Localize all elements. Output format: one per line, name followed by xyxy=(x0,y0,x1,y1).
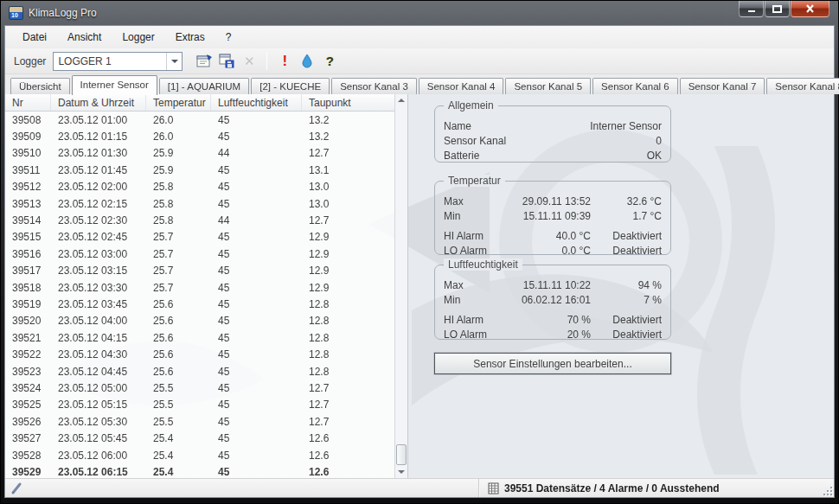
cell-temperature: 25.7 xyxy=(146,231,211,243)
cell-humidity: 45 xyxy=(211,265,302,277)
help-button[interactable]: ? xyxy=(319,51,340,72)
table-row[interactable]: 39514 23.05.12 02:30 25.8 44 12.7 xyxy=(5,212,394,228)
sensor-tab[interactable]: Sensor Kanal 4 xyxy=(419,78,504,94)
menu-item[interactable]: Ansicht xyxy=(57,28,112,47)
row-state: Deaktiviert xyxy=(591,329,662,341)
row-label: Max xyxy=(444,279,520,291)
humidity-button[interactable] xyxy=(297,51,317,72)
table-row[interactable]: 39522 23.05.12 04:30 25.6 45 12.8 xyxy=(5,346,394,362)
cell-datetime: 23.05.12 03:15 xyxy=(51,265,146,277)
table-row[interactable]: 39510 23.05.12 01:30 25.9 44 12.7 xyxy=(5,145,394,162)
window-title: KlimaLogg Pro xyxy=(29,7,97,19)
delete-button: ✕ xyxy=(239,51,259,72)
toolbar-separator xyxy=(266,53,267,70)
sensor-tab[interactable]: Sensor Kanal 8 xyxy=(766,78,839,94)
export-data-button[interactable] xyxy=(216,51,237,72)
table-row[interactable]: 39524 23.05.12 05:00 25.5 45 12.7 xyxy=(5,380,394,396)
table-vertical-scrollbar[interactable] xyxy=(394,94,407,478)
row-label: LO Alarm xyxy=(444,245,520,257)
table-column-header[interactable]: Temperatur xyxy=(146,94,211,111)
cell-temperature: 25.6 xyxy=(146,366,211,378)
triangle-down-icon xyxy=(398,470,405,477)
table-column-header[interactable]: Nr xyxy=(5,94,51,111)
minimize-button[interactable] xyxy=(739,1,764,17)
menubar: DateiAnsichtLoggerExtras? xyxy=(5,26,834,48)
table-column-header[interactable]: Luftfeuchtigkeit xyxy=(211,94,302,111)
close-button[interactable] xyxy=(791,1,829,17)
table-row[interactable]: 39528 23.05.12 06:00 25.4 45 12.6 xyxy=(5,447,394,463)
row-timestamp: 15.11.11 09:39 xyxy=(520,210,591,222)
app-icon: 10 xyxy=(9,6,23,20)
general-row: Name Interner Sensor xyxy=(444,118,662,133)
scrollbar-thumb[interactable] xyxy=(396,444,407,465)
table-row[interactable]: 39529 23.05.12 06:15 25.4 45 12.6 xyxy=(5,463,394,478)
cell-temperature: 25.4 xyxy=(146,432,211,444)
sensor-tab[interactable]: Sensor Kanal 7 xyxy=(680,78,765,94)
cell-humidity: 45 xyxy=(211,164,302,176)
table-column-header[interactable]: Datum & Uhrzeit xyxy=(51,94,146,111)
table-row[interactable]: 39518 23.05.12 03:30 25.7 45 12.9 xyxy=(5,279,394,296)
sensor-tab[interactable]: Sensor Kanal 3 xyxy=(331,78,417,94)
table-row[interactable]: 39523 23.05.12 04:45 25.6 45 12.8 xyxy=(5,363,394,380)
cell-datetime: 23.05.12 01:45 xyxy=(51,164,146,176)
statusbar-left-pane xyxy=(5,479,479,497)
scroll-down-button[interactable] xyxy=(395,466,407,478)
cell-humidity: 45 xyxy=(211,416,302,428)
table-row[interactable]: 39512 23.05.12 02:00 25.8 45 13.0 xyxy=(5,179,394,195)
humidity-groupbox: Luftfeuchtigkeit Max 15.11.11 10:22 94 %… xyxy=(434,265,671,340)
cell-nr: 39512 xyxy=(5,181,51,193)
table-row[interactable]: 39513 23.05.12 02:15 25.8 45 13.0 xyxy=(5,195,394,212)
titlebar[interactable]: 10 KlimaLogg Pro xyxy=(1,1,838,25)
table-column-header[interactable]: Taupunkt xyxy=(302,94,407,111)
record-count-status: 39551 Datensätze / 4 Alarme / 0 Ausstehe… xyxy=(504,482,720,494)
general-row-value: OK xyxy=(520,150,662,162)
sensor-tab[interactable]: Sensor Kanal 5 xyxy=(505,78,591,94)
cell-nr: 39518 xyxy=(5,282,51,294)
menu-item[interactable]: Logger xyxy=(112,28,164,47)
logger-combobox[interactable]: LOGGER 1 xyxy=(53,52,183,71)
table-row[interactable]: 39521 23.05.12 04:15 25.6 45 12.8 xyxy=(5,329,394,346)
cell-nr: 39528 xyxy=(5,450,51,462)
table-row[interactable]: 39526 23.05.12 05:30 25.5 45 12.7 xyxy=(5,413,394,430)
temperature-minmax-row: Max 29.09.11 13:52 32.6 °C xyxy=(444,194,662,208)
table-row[interactable]: 39527 23.05.12 05:45 25.4 45 12.6 xyxy=(5,430,394,446)
chevron-down-icon[interactable] xyxy=(166,53,182,70)
table-row[interactable]: 39515 23.05.12 02:45 25.7 45 12.9 xyxy=(5,229,394,246)
edit-sensor-settings-button[interactable]: Sensor Einstellungen bearbeiten... xyxy=(434,353,671,374)
row-label: HI Alarm xyxy=(444,314,520,326)
sensor-tab[interactable]: Sensor Kanal 6 xyxy=(592,78,678,94)
sensor-tab[interactable]: Interner Sensor xyxy=(72,75,157,95)
table-row[interactable]: 39509 23.05.12 01:15 26.0 45 13.2 xyxy=(5,128,394,144)
statusbar: 39551 Datensätze / 4 Alarme / 0 Ausstehe… xyxy=(5,478,834,497)
cell-dewpoint: 12.6 xyxy=(302,432,394,444)
sensor-tab[interactable]: Übersicht xyxy=(10,78,70,94)
table-body: 39508 23.05.12 01:00 26.0 45 13.2 39509 … xyxy=(5,112,394,478)
general-row-value: Interner Sensor xyxy=(520,120,662,132)
general-row-label: Batterie xyxy=(444,150,520,162)
cell-datetime: 23.05.12 05:45 xyxy=(51,432,146,444)
table-row[interactable]: 39519 23.05.12 03:45 25.6 45 12.8 xyxy=(5,296,394,312)
sensor-tab[interactable]: [2] - KUECHE xyxy=(251,78,330,94)
cell-humidity: 45 xyxy=(211,131,302,143)
sensor-tab[interactable]: [1] - AQUARIUM xyxy=(159,78,249,94)
cell-humidity: 45 xyxy=(211,382,302,394)
table-row[interactable]: 39520 23.05.12 04:00 25.6 45 12.8 xyxy=(5,313,394,329)
table-row[interactable]: 39516 23.05.12 03:00 25.7 45 12.9 xyxy=(5,246,394,262)
resize-grip[interactable] xyxy=(822,485,832,495)
sensor-properties-button[interactable] xyxy=(194,51,215,72)
table-row[interactable]: 39511 23.05.12 01:45 25.9 45 13.1 xyxy=(5,162,394,178)
menu-item[interactable]: ? xyxy=(215,28,242,47)
menu-item[interactable]: Extras xyxy=(165,28,215,47)
scroll-up-button[interactable] xyxy=(395,94,407,106)
menu-item[interactable]: Datei xyxy=(12,28,57,47)
statusbar-records-pane: 39551 Datensätze / 4 Alarme / 0 Ausstehe… xyxy=(479,482,720,494)
maximize-button[interactable] xyxy=(765,1,790,17)
table-row[interactable]: 39508 23.05.12 01:00 26.0 45 13.2 xyxy=(5,112,394,128)
row-label: Max xyxy=(444,195,520,207)
cell-datetime: 23.05.12 02:15 xyxy=(51,198,146,210)
alarm-button[interactable]: ! xyxy=(274,51,295,72)
table-row[interactable]: 39525 23.05.12 05:15 25.5 45 12.7 xyxy=(5,397,394,413)
cell-temperature: 25.6 xyxy=(146,348,211,360)
delete-x-icon: ✕ xyxy=(244,54,255,69)
table-row[interactable]: 39517 23.05.12 03:15 25.7 45 12.9 xyxy=(5,263,394,279)
